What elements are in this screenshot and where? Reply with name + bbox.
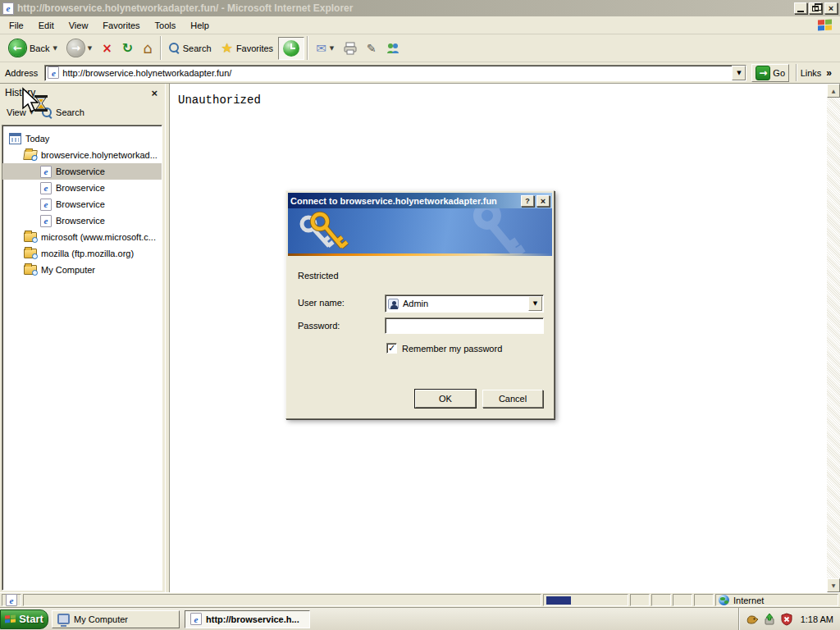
start-button[interactable]: Start (0, 609, 48, 629)
menu-view[interactable]: View (62, 18, 96, 33)
address-dropdown-button[interactable]: ▼ (732, 66, 746, 80)
mail-button[interactable]: ✉ ▼ (311, 37, 339, 60)
search-label: Search (183, 43, 212, 53)
back-button[interactable]: ← Back ▼ (4, 37, 62, 60)
history-sidebar: History × View ▼ Search Today browservic… (0, 84, 165, 592)
scroll-up-button[interactable]: ▲ (827, 84, 840, 98)
refresh-button[interactable]: ↻ (117, 37, 138, 60)
dialog-close-button[interactable]: × (536, 195, 550, 207)
taskbar-task-browser[interactable]: e http://browservice.h... (185, 610, 310, 628)
history-search-label: Search (56, 107, 84, 117)
taskbar-clock[interactable]: 1:18 AM (801, 614, 833, 624)
status-message-pane (23, 594, 541, 606)
banner-rule (288, 253, 552, 256)
tray-security-shield-icon[interactable] (780, 613, 793, 626)
home-button[interactable]: ⌂ (138, 37, 157, 60)
remember-checkbox[interactable]: ✓ (386, 343, 397, 354)
vertical-scrollbar[interactable]: ▲ ▼ (827, 84, 840, 592)
browser-toolbar: ← Back ▼ → ▼ × ↻ ⌂ Search ★ Favorites ✉ … (0, 34, 840, 62)
remember-password-option[interactable]: ✓ Remember my password (386, 343, 502, 354)
history-site-folder[interactable]: microsoft (www.microsoft.c... (2, 229, 162, 245)
cancel-button[interactable]: Cancel (482, 390, 543, 408)
tree-label: Browservice (56, 199, 105, 209)
print-button[interactable] (339, 37, 362, 60)
minimize-button[interactable] (794, 2, 807, 14)
tree-label: browservice.holynetworkad... (41, 150, 158, 160)
restore-icon (812, 6, 819, 11)
history-view-button[interactable]: View ▼ (7, 107, 34, 117)
ie-page-icon: e (40, 182, 52, 194)
history-page-item[interactable]: e Browservice (2, 196, 162, 212)
start-windows-logo-icon (5, 615, 16, 623)
status-pane (630, 594, 650, 606)
window-title: http://browservice.holynetworkadapter.fu… (17, 2, 792, 14)
go-button[interactable]: → Go (751, 64, 789, 82)
menu-help[interactable]: Help (183, 18, 217, 33)
status-pane (694, 594, 714, 606)
go-label: Go (773, 68, 785, 78)
history-page-item[interactable]: e Browservice (2, 180, 162, 196)
back-dropdown-icon[interactable]: ▼ (52, 45, 57, 52)
history-site-folder[interactable]: mozilla (ftp.mozilla.org) (2, 245, 162, 262)
forward-dropdown-icon[interactable]: ▼ (88, 45, 92, 52)
ie-logo-icon: e (2, 2, 14, 15)
edit-button[interactable]: ✎ (362, 37, 381, 60)
toolbar-separator (160, 36, 162, 60)
menu-tools[interactable]: Tools (148, 18, 184, 33)
user-icon (388, 299, 399, 309)
history-group-today[interactable]: Today (2, 130, 162, 147)
search-button[interactable]: Search (164, 37, 217, 60)
history-search-button[interactable]: Search (42, 107, 84, 118)
stop-button[interactable]: × (97, 37, 117, 60)
address-label: Address (3, 68, 44, 78)
folder-icon (24, 249, 37, 258)
dialog-title: Connect to browservice.holynetworkadapte… (290, 196, 519, 206)
mail-icon: ✉ (316, 41, 326, 56)
close-button[interactable]: × (824, 2, 838, 14)
status-pane (673, 594, 692, 606)
menu-file[interactable]: File (2, 18, 31, 33)
password-input[interactable] (385, 317, 544, 334)
dialog-help-button[interactable]: ? (521, 195, 534, 207)
scroll-down-button[interactable]: ▼ (827, 578, 840, 592)
mail-dropdown-icon[interactable]: ▼ (330, 45, 334, 52)
history-page-item[interactable]: e Browservice (2, 212, 162, 229)
tray-hardware-icon[interactable] (763, 613, 776, 626)
tree-label: Browservice (56, 216, 105, 226)
taskbar-task-mycomputer[interactable]: My Computer (52, 610, 180, 628)
back-icon: ← (9, 39, 26, 57)
history-site-folder[interactable]: browservice.holynetworkad... (2, 147, 162, 163)
address-field[interactable]: e ▼ (44, 65, 746, 81)
forward-button[interactable]: → ▼ (62, 37, 97, 60)
task-label: My Computer (74, 614, 128, 624)
history-tree: Today browservice.holynetworkad... e Bro… (2, 125, 162, 591)
dialog-banner (288, 208, 552, 256)
toolbar-separator (307, 36, 308, 60)
username-label: User name: (298, 298, 345, 308)
messenger-button[interactable] (381, 37, 404, 60)
progress-indicator (546, 596, 571, 605)
ok-button[interactable]: OK (415, 390, 476, 408)
connect-dialog: Connect to browservice.holynetworkadapte… (285, 190, 555, 419)
my-computer-icon (57, 614, 70, 624)
menu-favorites[interactable]: Favorites (95, 18, 147, 33)
links-chevron-icon[interactable]: » (826, 67, 832, 79)
tree-label: Today (25, 134, 49, 144)
tray-dog-icon[interactable] (746, 613, 759, 626)
username-combobox[interactable]: Admin ▼ (385, 294, 544, 313)
stop-icon: × (102, 41, 112, 56)
favorites-button[interactable]: ★ Favorites (217, 37, 279, 60)
history-button[interactable] (278, 37, 304, 60)
system-tray: 1:18 AM (738, 608, 840, 630)
history-page-item[interactable]: e Browservice (2, 163, 162, 180)
sidebar-close-icon[interactable]: × (148, 87, 160, 99)
menu-edit[interactable]: Edit (31, 18, 62, 33)
username-dropdown-button[interactable]: ▼ (528, 296, 542, 311)
history-search-icon (42, 107, 52, 118)
restore-button[interactable] (809, 2, 822, 14)
menu-bar: File Edit View Favorites Tools Help (0, 16, 840, 34)
ie-page-icon: e (40, 199, 52, 211)
history-site-folder[interactable]: My Computer (2, 262, 162, 278)
links-toolbar[interactable]: Links » (801, 67, 837, 79)
address-input[interactable] (62, 68, 732, 78)
